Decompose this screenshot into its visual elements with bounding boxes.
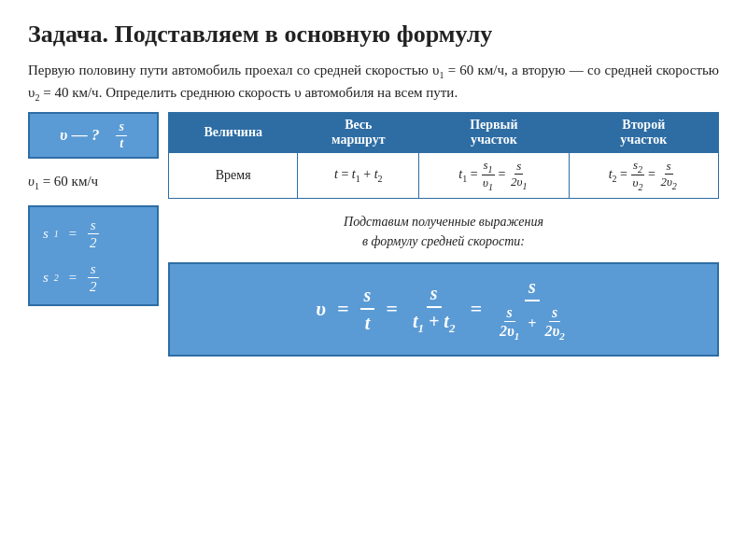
s-formula-box: s1 = s 2 s2 = s 2	[28, 205, 159, 306]
table-header-second: Второйучасток	[569, 112, 718, 152]
question-box: υ — ? s t	[28, 112, 159, 160]
table-cell-first-time: t1 = s1 υ1 = s 2υ1	[419, 152, 569, 198]
table-cell-name: Время	[169, 152, 298, 198]
table-header-first: Первыйучасток	[419, 112, 569, 152]
v1-info: υ1 = 60 км/ч	[28, 170, 159, 194]
intro-paragraph: Первую половину пути автомобиль проехал …	[28, 60, 719, 105]
sub-text: Подставим полученные выражения в формулу…	[168, 212, 719, 251]
table-row: Время t = t1 + t2 t1 = s1 υ1 = s 2υ1	[169, 152, 719, 198]
table-header-magnitude: Величина	[169, 112, 298, 152]
page-title: Задача. Подставляем в основную формулу	[28, 19, 719, 50]
table-header-full: Весьмаршрут	[298, 112, 419, 152]
table-cell-second-time: t2 = s2 υ2 = s 2υ2	[569, 152, 718, 198]
route-table: Величина Весьмаршрут Первыйучасток Второ…	[168, 112, 719, 199]
table-cell-full-time: t = t1 + t2	[298, 152, 419, 198]
big-formula-box: υ = s t = s t1 + t2 = s s	[168, 262, 719, 357]
